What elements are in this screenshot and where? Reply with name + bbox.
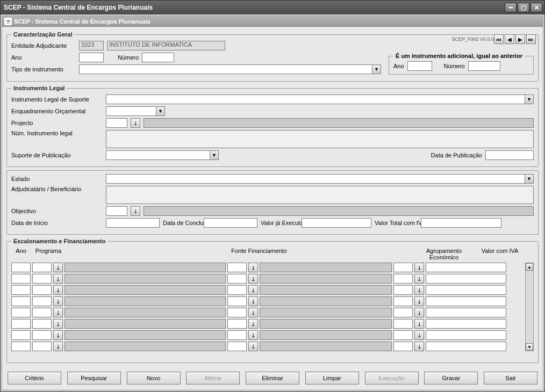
valor-cell[interactable] [426, 263, 506, 272]
numero-field[interactable] [142, 53, 174, 62]
pesquisar-button[interactable]: Pesquisar [67, 372, 121, 384]
objectivo-lookup-button[interactable]: ⤓ [131, 206, 140, 216]
scroll-up-button[interactable]: ▲ [526, 263, 533, 271]
nav-last-button[interactable]: ⏭ [526, 34, 536, 44]
ano-cell[interactable] [11, 274, 31, 284]
agrup-code-cell[interactable] [393, 330, 413, 340]
limpar-button[interactable]: Limpar [305, 372, 359, 384]
objectivo-code-field[interactable] [106, 206, 127, 216]
valor-cell[interactable] [426, 308, 506, 317]
tipo-instrumento-select[interactable]: ▼ [79, 64, 381, 74]
fonte-lookup-button[interactable]: ⤓ [248, 342, 258, 351]
agrup-code-cell[interactable] [393, 274, 413, 284]
adicional-ano-field[interactable] [407, 61, 432, 71]
fonte-code-cell[interactable] [227, 296, 247, 306]
agrup-lookup-button[interactable]: ⤓ [414, 285, 424, 295]
nav-next-button[interactable]: ▶ [515, 34, 525, 44]
programa-code-cell[interactable] [32, 285, 52, 295]
programa-lookup-button[interactable]: ⤓ [53, 330, 63, 340]
data-inicio-field[interactable] [106, 218, 160, 228]
valor-total-field[interactable] [421, 218, 501, 228]
fonte-code-cell[interactable] [227, 319, 247, 329]
ano-cell[interactable] [11, 330, 31, 340]
ano-cell[interactable] [11, 342, 31, 351]
ano-cell[interactable] [11, 308, 31, 317]
agrup-code-cell[interactable] [393, 296, 413, 306]
agrup-code-cell[interactable] [393, 263, 413, 272]
programa-lookup-button[interactable]: ⤓ [53, 308, 63, 317]
agrup-code-cell[interactable] [393, 319, 413, 329]
programa-lookup-button[interactable]: ⤓ [53, 263, 63, 272]
fonte-code-cell[interactable] [227, 308, 247, 317]
fonte-code-cell[interactable] [227, 330, 247, 340]
minimize-button[interactable]: ━ [505, 3, 517, 12]
agrup-lookup-button[interactable]: ⤓ [414, 296, 424, 306]
agrup-lookup-button[interactable]: ⤓ [414, 342, 424, 351]
projecto-lookup-button[interactable]: ⤓ [131, 118, 140, 128]
fonte-code-cell[interactable] [227, 274, 247, 284]
fonte-code-cell[interactable] [227, 263, 247, 272]
gravar-button[interactable]: Gravar [424, 372, 478, 384]
valor-cell[interactable] [426, 319, 506, 329]
projecto-code-field[interactable] [106, 118, 127, 128]
agrup-lookup-button[interactable]: ⤓ [414, 330, 424, 340]
fonte-code-cell[interactable] [227, 285, 247, 295]
programa-code-cell[interactable] [32, 274, 52, 284]
ano-cell[interactable] [11, 296, 31, 306]
close-button[interactable]: ✕ [530, 3, 542, 12]
fonte-lookup-button[interactable]: ⤓ [248, 319, 258, 329]
fonte-lookup-button[interactable]: ⤓ [248, 285, 258, 295]
valor-cell[interactable] [426, 296, 506, 306]
programa-code-cell[interactable] [32, 296, 52, 306]
novo-button[interactable]: Novo [127, 372, 181, 384]
programa-lookup-button[interactable]: ⤓ [53, 296, 63, 306]
programa-code-cell[interactable] [32, 330, 52, 340]
valor-exec-field[interactable] [302, 218, 371, 228]
adjudicatario-field[interactable] [106, 186, 534, 204]
programa-lookup-button[interactable]: ⤓ [53, 274, 63, 284]
programa-lookup-button[interactable]: ⤓ [53, 342, 63, 351]
fonte-lookup-button[interactable]: ⤓ [248, 330, 258, 340]
ano-cell[interactable] [11, 285, 31, 295]
ano-cell[interactable] [11, 263, 31, 272]
data-pub-field[interactable] [485, 150, 534, 160]
fonte-lookup-button[interactable]: ⤓ [248, 274, 258, 284]
programa-code-cell[interactable] [32, 319, 52, 329]
programa-lookup-button[interactable]: ⤓ [53, 285, 63, 295]
agrup-code-cell[interactable] [393, 342, 413, 351]
fonte-code-cell[interactable] [227, 342, 247, 351]
nav-prev-button[interactable]: ◀ [505, 34, 514, 44]
fonte-lookup-button[interactable]: ⤓ [248, 308, 258, 317]
valor-cell[interactable] [426, 330, 506, 340]
agrup-code-cell[interactable] [393, 285, 413, 295]
nav-first-button[interactable]: ⏮ [494, 34, 504, 44]
num-instrumento-field[interactable] [106, 130, 534, 148]
eliminar-button[interactable]: Eliminar [246, 372, 299, 384]
criterio-button[interactable]: Critério [8, 372, 61, 384]
ano-field[interactable] [79, 53, 104, 62]
data-conclusao-field[interactable] [204, 218, 257, 228]
valor-cell[interactable] [426, 285, 506, 295]
fonte-lookup-button[interactable]: ⤓ [248, 296, 258, 306]
valor-cell[interactable] [426, 342, 506, 351]
agrup-lookup-button[interactable]: ⤓ [414, 319, 424, 329]
agrup-lookup-button[interactable]: ⤓ [414, 308, 424, 317]
maximize-button[interactable]: ▢ [518, 3, 529, 12]
agrup-lookup-button[interactable]: ⤓ [414, 274, 424, 284]
programa-code-cell[interactable] [32, 342, 52, 351]
adicional-numero-field[interactable] [468, 61, 500, 71]
programa-code-cell[interactable] [32, 263, 52, 272]
ano-cell[interactable] [11, 319, 31, 329]
programa-code-cell[interactable] [32, 308, 52, 317]
suporte-legal-select[interactable]: ▼ [106, 95, 534, 104]
suporte-pub-select[interactable]: ▼ [106, 150, 219, 160]
valor-cell[interactable] [426, 274, 506, 284]
agrup-code-cell[interactable] [393, 308, 413, 317]
table-scrollbar[interactable]: ▲ ▼ [525, 263, 534, 351]
agrup-lookup-button[interactable]: ⤓ [414, 263, 424, 272]
estado-select[interactable]: ▼ [106, 174, 534, 184]
sair-button[interactable]: Sair [484, 372, 537, 384]
fonte-lookup-button[interactable]: ⤓ [248, 263, 258, 272]
scroll-down-button[interactable]: ▼ [526, 343, 533, 351]
enquadramento-select[interactable]: ▼ [106, 106, 165, 116]
